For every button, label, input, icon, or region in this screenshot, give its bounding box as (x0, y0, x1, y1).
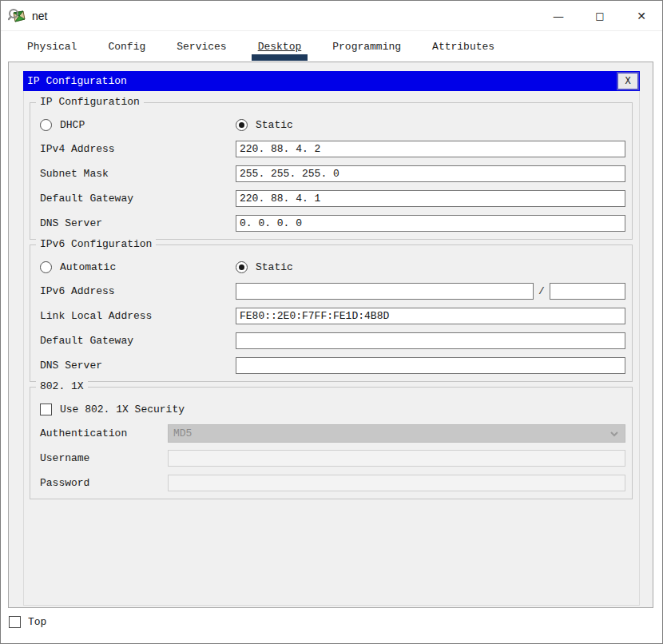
subnet-mask-label: Subnet Mask (40, 168, 236, 180)
ip-configuration-group: IP Configuration DHCP Static IPv4 Addres… (30, 102, 633, 240)
title-bar: net — □ ✕ (1, 1, 662, 31)
dhcp-radio[interactable]: DHCP (40, 119, 236, 131)
ip-configuration-dialog: IP Configuration X IP Configuration DHCP (23, 71, 640, 606)
top-checkbox[interactable] (9, 616, 21, 628)
ipv6-dns-server-row: DNS Server (37, 353, 625, 378)
radio-checked-icon[interactable] (236, 261, 248, 273)
username-input[interactable] (168, 450, 625, 467)
ipv6-address-input[interactable] (236, 283, 534, 300)
dialog-title-bar: IP Configuration X (23, 71, 640, 91)
ipv6-mode-row: Automatic Static (37, 255, 625, 279)
authentication-dropdown[interactable]: MD5 (168, 424, 625, 443)
default-gateway-label: Default Gateway (40, 193, 236, 205)
tab-desktop[interactable]: Desktop (256, 39, 304, 54)
window-title: net (32, 10, 47, 22)
password-label: Password (40, 477, 168, 489)
group-title: 802. 1X (36, 380, 88, 392)
desktop-tab-panel: IP Configuration X IP Configuration DHCP (8, 62, 653, 608)
ipv6-default-gateway-input[interactable] (236, 332, 625, 349)
password-row: Password (37, 471, 625, 495)
chevron-down-icon (609, 428, 620, 439)
radio-checked-icon[interactable] (236, 119, 248, 131)
static-radio[interactable]: Static (236, 119, 293, 131)
dialog-title: IP Configuration (27, 75, 127, 87)
ipv6-default-gateway-label: Default Gateway (40, 335, 236, 347)
default-gateway-row: Default Gateway (37, 186, 625, 211)
password-input[interactable] (168, 475, 625, 491)
ipv4-mode-row: DHCP Static (37, 113, 625, 137)
ipv6-address-label: IPv6 Address (40, 285, 236, 297)
ipv6-dns-server-input[interactable] (236, 357, 625, 374)
ipv4-address-label: IPv4 Address (40, 143, 236, 155)
dialog-close-button[interactable]: X (617, 72, 639, 90)
radio-unchecked-icon[interactable] (40, 261, 52, 273)
username-label: Username (40, 452, 168, 464)
link-local-address-input[interactable] (236, 308, 625, 324)
ipv6-dns-server-label: DNS Server (40, 360, 236, 372)
dns-server-row: DNS Server (37, 211, 625, 236)
subnet-mask-input[interactable] (236, 165, 625, 182)
ipv4-address-row: IPv4 Address (37, 137, 625, 161)
use-dot1x-security-checkbox[interactable]: Use 802. 1X Security (40, 403, 185, 415)
group-title: IP Configuration (36, 96, 144, 108)
ipv6-address-row: IPv6 Address / (37, 279, 625, 304)
link-local-address-label: Link Local Address (40, 310, 236, 322)
group-title: IPv6 Configuration (36, 238, 156, 250)
top-checkbox-row: Top (9, 616, 46, 628)
packet-tracer-icon (8, 8, 26, 24)
dot1x-security-row: Use 802. 1X Security (37, 397, 625, 421)
tab-config[interactable]: Config (105, 39, 148, 54)
tab-programming[interactable]: Programming (330, 39, 403, 54)
app-window: net — □ ✕ Physical Config Services Deskt… (0, 0, 663, 644)
window-controls: — □ ✕ (538, 1, 662, 31)
ipv6-configuration-group: IPv6 Configuration Automatic Static IPv6… (30, 244, 633, 382)
default-gateway-input[interactable] (236, 190, 625, 207)
ipv4-address-input[interactable] (236, 141, 625, 157)
maximize-button[interactable]: □ (579, 1, 621, 31)
tab-bar: Physical Config Services Desktop Program… (1, 31, 662, 62)
automatic-radio[interactable]: Automatic (40, 261, 236, 273)
dns-server-input[interactable] (236, 215, 625, 232)
authentication-label: Authentication (40, 427, 168, 439)
close-button[interactable]: ✕ (621, 1, 662, 31)
ipv6-default-gateway-row: Default Gateway (37, 328, 625, 353)
tab-services[interactable]: Services (174, 39, 228, 54)
ipv6-prefix-input[interactable] (550, 283, 625, 300)
tab-physical[interactable]: Physical (25, 39, 79, 54)
ipv6-static-radio[interactable]: Static (236, 261, 293, 273)
dialog-body: IP Configuration DHCP Static IPv4 Addres… (23, 91, 640, 606)
checkbox-unchecked-icon[interactable] (40, 403, 52, 415)
dot1x-group: 802. 1X Use 802. 1X Security Authenticat… (30, 387, 633, 499)
top-checkbox-label: Top (28, 616, 46, 628)
dns-server-label: DNS Server (40, 217, 236, 229)
tab-attributes[interactable]: Attributes (430, 39, 497, 54)
authentication-row: Authentication MD5 (37, 421, 625, 446)
username-row: Username (37, 446, 625, 471)
link-local-address-row: Link Local Address (37, 304, 625, 328)
subnet-mask-row: Subnet Mask (37, 161, 625, 186)
radio-unchecked-icon[interactable] (40, 119, 52, 131)
minimize-button[interactable]: — (538, 1, 579, 31)
prefix-separator: / (534, 285, 550, 297)
authentication-value: MD5 (173, 427, 192, 439)
